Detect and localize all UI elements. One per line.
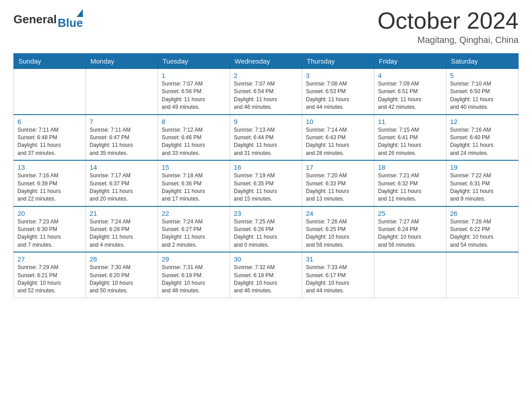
day-number: 8 — [162, 118, 226, 125]
day-number: 30 — [234, 255, 298, 263]
day-number: 26 — [450, 210, 515, 217]
day-info: Sunrise: 7:24 AMSunset: 6:28 PMDaylight:… — [90, 218, 154, 249]
day-number: 5 — [450, 72, 515, 79]
location-text: Magitang, Qinghai, China — [378, 35, 519, 45]
day-cell: 18Sunrise: 7:21 AMSunset: 6:32 PMDayligh… — [374, 160, 446, 206]
day-info: Sunrise: 7:32 AMSunset: 6:18 PMDaylight:… — [234, 264, 298, 295]
day-cell: 16Sunrise: 7:19 AMSunset: 6:35 PMDayligh… — [230, 160, 302, 206]
day-cell: 23Sunrise: 7:25 AMSunset: 6:26 PMDayligh… — [230, 206, 302, 253]
header-cell-tuesday: Tuesday — [158, 54, 230, 69]
day-number: 22 — [162, 210, 226, 217]
week-row-1: 1Sunrise: 7:07 AMSunset: 6:56 PMDaylight… — [14, 69, 519, 115]
day-cell: 1Sunrise: 7:07 AMSunset: 6:56 PMDaylight… — [158, 69, 230, 115]
day-cell: 31Sunrise: 7:33 AMSunset: 6:17 PMDayligh… — [302, 252, 374, 298]
day-number: 7 — [90, 118, 154, 125]
day-info: Sunrise: 7:07 AMSunset: 6:54 PMDaylight:… — [234, 80, 298, 111]
day-number: 10 — [306, 118, 370, 125]
day-cell — [374, 252, 446, 298]
day-info: Sunrise: 7:07 AMSunset: 6:56 PMDaylight:… — [162, 80, 226, 111]
title-section: October 2024 Magitang, Qinghai, China — [378, 9, 519, 45]
day-cell: 7Sunrise: 7:11 AMSunset: 6:47 PMDaylight… — [86, 115, 158, 161]
day-info: Sunrise: 7:24 AMSunset: 6:27 PMDaylight:… — [162, 218, 226, 249]
header-cell-saturday: Saturday — [446, 54, 519, 69]
header-cell-sunday: Sunday — [14, 54, 86, 69]
day-number: 11 — [378, 118, 442, 125]
day-info: Sunrise: 7:14 AMSunset: 6:43 PMDaylight:… — [306, 126, 370, 158]
header-cell-thursday: Thursday — [302, 54, 374, 69]
day-cell — [86, 69, 158, 115]
day-number: 17 — [306, 163, 370, 171]
day-number: 20 — [17, 210, 82, 217]
day-cell: 15Sunrise: 7:18 AMSunset: 6:36 PMDayligh… — [158, 160, 230, 206]
day-cell: 17Sunrise: 7:20 AMSunset: 6:33 PMDayligh… — [302, 160, 374, 206]
day-info: Sunrise: 7:22 AMSunset: 6:31 PMDaylight:… — [450, 172, 515, 203]
day-number: 23 — [234, 210, 298, 217]
day-number: 29 — [162, 255, 226, 263]
day-number: 14 — [90, 163, 154, 171]
header-cell-monday: Monday — [86, 54, 158, 69]
day-number: 2 — [234, 72, 298, 79]
day-info: Sunrise: 7:16 AMSunset: 6:39 PMDaylight:… — [17, 172, 82, 203]
day-cell: 21Sunrise: 7:24 AMSunset: 6:28 PMDayligh… — [86, 206, 158, 253]
day-cell: 26Sunrise: 7:28 AMSunset: 6:22 PMDayligh… — [446, 206, 519, 253]
day-info: Sunrise: 7:28 AMSunset: 6:22 PMDaylight:… — [450, 218, 515, 249]
week-row-2: 6Sunrise: 7:11 AMSunset: 6:48 PMDaylight… — [14, 115, 519, 161]
day-cell: 28Sunrise: 7:30 AMSunset: 6:20 PMDayligh… — [86, 252, 158, 298]
day-info: Sunrise: 7:30 AMSunset: 6:20 PMDaylight:… — [90, 264, 154, 295]
day-info: Sunrise: 7:29 AMSunset: 6:21 PMDaylight:… — [17, 264, 82, 295]
day-info: Sunrise: 7:20 AMSunset: 6:33 PMDaylight:… — [306, 172, 370, 203]
logo: General Blue — [13, 9, 83, 30]
day-cell: 9Sunrise: 7:13 AMSunset: 6:44 PMDaylight… — [230, 115, 302, 161]
day-number: 13 — [17, 163, 82, 171]
day-info: Sunrise: 7:16 AMSunset: 6:40 PMDaylight:… — [450, 126, 515, 158]
day-number: 25 — [378, 210, 442, 217]
day-info: Sunrise: 7:15 AMSunset: 6:41 PMDaylight:… — [378, 126, 442, 158]
day-cell: 12Sunrise: 7:16 AMSunset: 6:40 PMDayligh… — [446, 115, 519, 161]
day-info: Sunrise: 7:11 AMSunset: 6:48 PMDaylight:… — [17, 126, 82, 158]
day-info: Sunrise: 7:19 AMSunset: 6:35 PMDaylight:… — [234, 172, 298, 203]
day-cell: 19Sunrise: 7:22 AMSunset: 6:31 PMDayligh… — [446, 160, 519, 206]
day-number: 19 — [450, 163, 515, 171]
day-cell: 22Sunrise: 7:24 AMSunset: 6:27 PMDayligh… — [158, 206, 230, 253]
day-info: Sunrise: 7:26 AMSunset: 6:25 PMDaylight:… — [306, 218, 370, 249]
calendar-table: SundayMondayTuesdayWednesdayThursdayFrid… — [13, 53, 519, 298]
day-cell: 4Sunrise: 7:09 AMSunset: 6:51 PMDaylight… — [374, 69, 446, 115]
day-cell: 8Sunrise: 7:12 AMSunset: 6:46 PMDaylight… — [158, 115, 230, 161]
day-info: Sunrise: 7:25 AMSunset: 6:26 PMDaylight:… — [234, 218, 298, 249]
day-info: Sunrise: 7:18 AMSunset: 6:36 PMDaylight:… — [162, 172, 226, 203]
day-info: Sunrise: 7:27 AMSunset: 6:24 PMDaylight:… — [378, 218, 442, 249]
day-number: 3 — [306, 72, 370, 79]
day-cell: 24Sunrise: 7:26 AMSunset: 6:25 PMDayligh… — [302, 206, 374, 253]
day-number: 21 — [90, 210, 154, 217]
day-cell: 29Sunrise: 7:31 AMSunset: 6:19 PMDayligh… — [158, 252, 230, 298]
day-cell: 5Sunrise: 7:10 AMSunset: 6:50 PMDaylight… — [446, 69, 519, 115]
day-cell — [446, 252, 519, 298]
day-info: Sunrise: 7:21 AMSunset: 6:32 PMDaylight:… — [378, 172, 442, 203]
day-cell: 2Sunrise: 7:07 AMSunset: 6:54 PMDaylight… — [230, 69, 302, 115]
day-info: Sunrise: 7:23 AMSunset: 6:30 PMDaylight:… — [17, 218, 82, 249]
logo-general-text: General — [13, 13, 57, 26]
header-cell-friday: Friday — [374, 54, 446, 69]
day-cell: 30Sunrise: 7:32 AMSunset: 6:18 PMDayligh… — [230, 252, 302, 298]
day-cell: 6Sunrise: 7:11 AMSunset: 6:48 PMDaylight… — [14, 115, 86, 161]
day-number: 9 — [234, 118, 298, 125]
day-number: 1 — [162, 72, 226, 79]
header-cell-wednesday: Wednesday — [230, 54, 302, 69]
day-cell: 27Sunrise: 7:29 AMSunset: 6:21 PMDayligh… — [14, 252, 86, 298]
week-row-3: 13Sunrise: 7:16 AMSunset: 6:39 PMDayligh… — [14, 160, 519, 206]
logo-blue-part: Blue — [58, 9, 83, 30]
day-cell — [14, 69, 86, 115]
day-info: Sunrise: 7:08 AMSunset: 6:53 PMDaylight:… — [306, 80, 370, 111]
day-number: 6 — [17, 118, 82, 125]
day-cell: 10Sunrise: 7:14 AMSunset: 6:43 PMDayligh… — [302, 115, 374, 161]
day-info: Sunrise: 7:33 AMSunset: 6:17 PMDaylight:… — [306, 264, 370, 295]
day-number: 27 — [17, 255, 82, 263]
day-number: 16 — [234, 163, 298, 171]
week-row-4: 20Sunrise: 7:23 AMSunset: 6:30 PMDayligh… — [14, 206, 519, 253]
day-info: Sunrise: 7:13 AMSunset: 6:44 PMDaylight:… — [234, 126, 298, 158]
day-info: Sunrise: 7:31 AMSunset: 6:19 PMDaylight:… — [162, 264, 226, 295]
header-row: SundayMondayTuesdayWednesdayThursdayFrid… — [14, 54, 519, 69]
day-info: Sunrise: 7:09 AMSunset: 6:51 PMDaylight:… — [378, 80, 442, 111]
day-info: Sunrise: 7:10 AMSunset: 6:50 PMDaylight:… — [450, 80, 515, 111]
day-cell: 14Sunrise: 7:17 AMSunset: 6:37 PMDayligh… — [86, 160, 158, 206]
